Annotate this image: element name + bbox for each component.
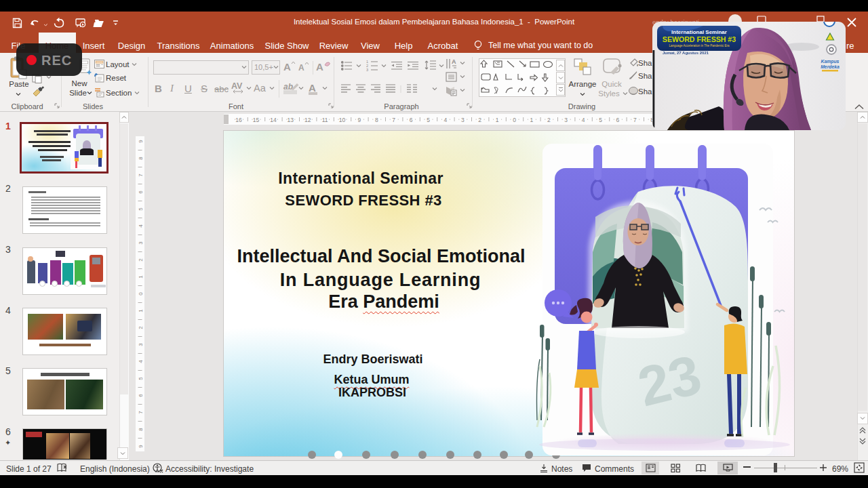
svg-text:10: 10 [339,117,346,123]
svg-text:8: 8 [375,117,378,123]
svg-text:0: 0 [138,292,144,296]
svg-text:16: 16 [235,117,242,123]
svg-text:International Seminar: International Seminar [671,29,727,35]
svg-text:2: 2 [138,258,144,262]
svg-text:A: A [452,58,456,65]
svg-text:4: 4 [444,117,448,123]
svg-text:2: 2 [547,117,551,123]
svg-text:1: 1 [138,275,144,279]
svg-text:7: 7 [392,117,395,123]
svg-text:5: 5 [138,207,144,211]
svg-text:3: 3 [366,68,368,72]
svg-text:4: 4 [138,360,144,363]
svg-text:Merdeka: Merdeka [821,64,840,69]
svg-text:0: 0 [513,117,516,123]
svg-text:11: 11 [322,117,328,123]
svg-text:9: 9 [138,140,144,143]
svg-text:9: 9 [138,445,144,448]
svg-text:1: 1 [496,117,499,123]
svg-text:8: 8 [138,428,144,431]
svg-text:Kampus: Kampus [821,59,840,64]
svg-text:Jumat, 27 Agustus 2021: Jumat, 27 Agustus 2021 [663,51,709,55]
svg-text:2: 2 [138,326,144,329]
svg-text:3: 3 [564,117,568,123]
svg-text:8: 8 [138,157,144,160]
svg-text:7: 7 [633,117,637,123]
svg-text:4: 4 [138,224,144,228]
svg-text:9: 9 [358,117,361,123]
svg-text:6: 6 [138,394,144,397]
svg-text:13: 13 [288,117,294,123]
svg-text:14: 14 [270,117,277,123]
svg-text:2: 2 [478,117,481,123]
svg-text:6: 6 [138,190,144,194]
svg-text:4: 4 [582,117,585,123]
svg-text:12: 12 [304,117,311,123]
svg-text:1: 1 [530,117,534,123]
svg-text:Language Acceleration in The P: Language Acceleration in The Pandemic Er… [669,44,730,47]
svg-text:6: 6 [616,117,620,123]
svg-text:7: 7 [138,174,144,177]
svg-text:3: 3 [138,241,144,245]
svg-text:5: 5 [599,117,602,123]
svg-text:15: 15 [253,117,260,123]
svg-text:1: 1 [138,309,144,312]
svg-text:6: 6 [410,117,413,123]
svg-text:7: 7 [138,411,144,414]
svg-text:3: 3 [461,117,465,123]
svg-text:SEWORD FRESSH #3: SEWORD FRESSH #3 [663,35,736,43]
svg-text:3: 3 [138,343,144,346]
svg-text:5: 5 [427,117,430,123]
svg-text:5: 5 [138,377,144,380]
